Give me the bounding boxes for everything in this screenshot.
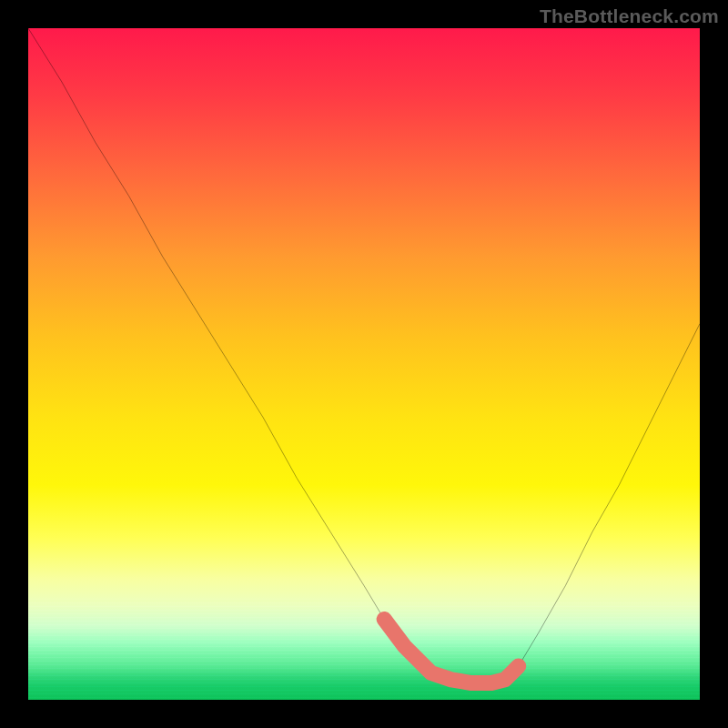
optimal-range-marker [384, 619, 519, 682]
watermark-text: TheBottleneck.com [540, 5, 719, 27]
curve-layer [28, 28, 700, 700]
plot-area [28, 28, 700, 700]
bottleneck-curve [28, 28, 700, 683]
chart-stage: TheBottleneck.com [0, 0, 728, 728]
